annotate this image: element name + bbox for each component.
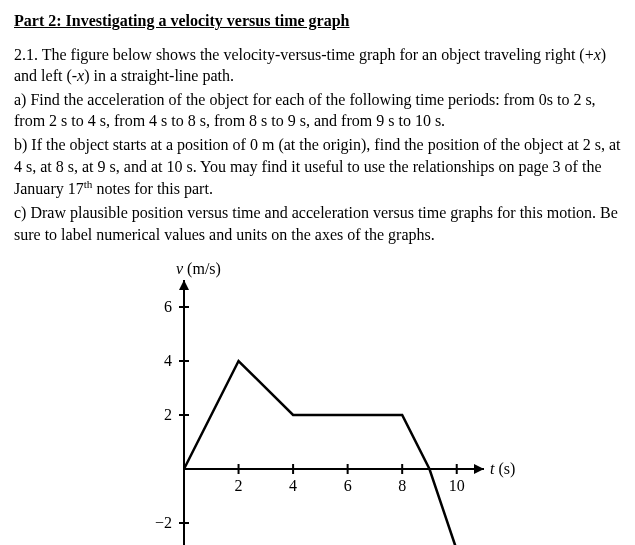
part-b-text-2: notes for this part. <box>92 180 212 197</box>
svg-text:v (m/s): v (m/s) <box>176 260 221 278</box>
chart-svg: 246810−2246v (m/s)t (s) <box>124 259 524 545</box>
part-b: b) If the object starts at a position of… <box>14 134 621 200</box>
intro-text-c: ) in a straight-line path. <box>84 67 234 84</box>
svg-marker-3 <box>179 280 189 290</box>
svg-text:8: 8 <box>398 477 406 494</box>
svg-text:−2: −2 <box>155 514 172 531</box>
svg-marker-1 <box>474 464 484 474</box>
svg-text:t (s): t (s) <box>490 460 515 478</box>
svg-text:2: 2 <box>164 406 172 423</box>
svg-text:2: 2 <box>235 477 243 494</box>
var-x-1: x <box>594 46 601 63</box>
svg-text:10: 10 <box>449 477 465 494</box>
velocity-graph: 246810−2246v (m/s)t (s) <box>14 259 621 545</box>
part-a: a) Find the acceleration of the object f… <box>14 89 621 132</box>
intro-text-a: 2.1. The figure below shows the velocity… <box>14 46 594 63</box>
section-title: Part 2: Investigating a velocity versus … <box>14 10 621 32</box>
part-c: c) Draw plausible position versus time a… <box>14 202 621 245</box>
svg-text:4: 4 <box>164 352 172 369</box>
svg-text:4: 4 <box>289 477 297 494</box>
svg-text:6: 6 <box>344 477 352 494</box>
problem-intro: 2.1. The figure below shows the velocity… <box>14 44 621 87</box>
svg-text:6: 6 <box>164 298 172 315</box>
